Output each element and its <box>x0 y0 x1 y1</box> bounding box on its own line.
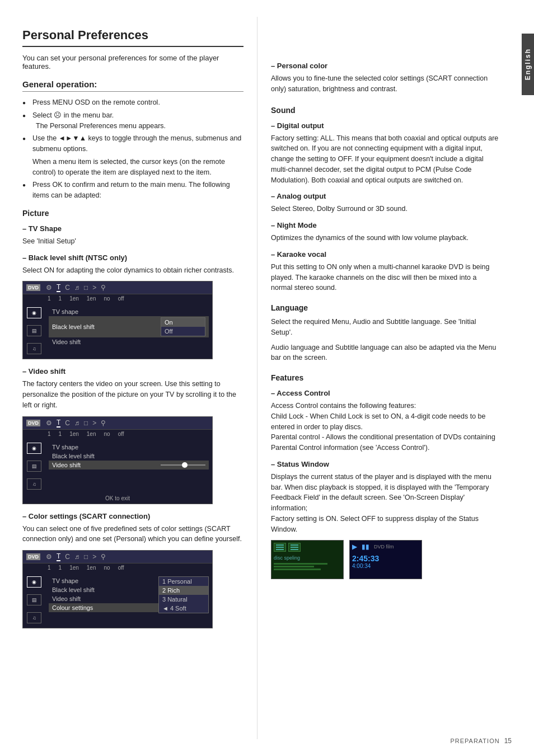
general-operation-title: General operation: <box>22 79 243 92</box>
menu-icons-3: ⚙ T C ♬ □ > ⚲ <box>46 552 106 561</box>
svg-rect-1 <box>276 547 284 548</box>
tv-shape-text: See 'Initial Setup' <box>22 236 243 247</box>
menu3-left-icon-tv: ▤ <box>27 594 41 605</box>
digital-output-text: Factory setting: ALL. This means that bo… <box>271 133 499 186</box>
list-item: Use the ◄►▼▲ keys to toggle through the … <box>22 133 243 177</box>
svg-rect-2 <box>276 549 284 550</box>
digital-output-title: Digital output <box>271 121 499 130</box>
menu-icon3-settings: ⚙ <box>46 553 52 561</box>
status-bar3 <box>274 569 321 570</box>
menu-icon-box: □ <box>84 284 88 292</box>
menu-icon2-arrow: > <box>92 419 96 427</box>
menu-icon-zoom: ⚲ <box>101 284 106 292</box>
dvd-badge-2: DVD <box>26 420 40 426</box>
menu-icon3-c: C <box>65 553 70 561</box>
video-shift-title: Video shift <box>22 367 243 375</box>
menu3-num-6: off <box>118 565 124 571</box>
svg-rect-3 <box>291 544 298 546</box>
menu3-row-tvshape: TV shape <box>49 576 158 585</box>
personal-color-title: Personal color <box>271 62 499 70</box>
menu3-row-blacklevel: Black level shift <box>49 585 158 594</box>
side-tab-label: English <box>524 48 532 80</box>
menu3-num-5: no <box>104 565 110 571</box>
menu2-row-blacklevel: Black level shift <box>49 452 209 461</box>
karaoke-vocal-text: Put this setting to ON only when a multi… <box>271 262 499 293</box>
menu2-num-5: no <box>104 431 110 437</box>
menu-icon2-box: □ <box>84 419 88 427</box>
menu-icon-t: T <box>57 283 60 292</box>
menu3-num-4: 1en <box>87 565 96 571</box>
language-title: Language <box>271 303 499 312</box>
dvd-badge: DVD <box>26 284 40 291</box>
menu-icon3-arrow: > <box>92 553 96 561</box>
svg-rect-5 <box>291 549 298 550</box>
sound-title: Sound <box>271 106 499 115</box>
drop-personal: 1 Personal <box>159 577 208 586</box>
menu-num-4: 1en <box>87 295 96 302</box>
menu3-num-2: 1 <box>59 565 62 571</box>
video-shift-menu-screenshot: DVD ⚙ T C ♬ □ > ⚲ 1 1 1en 1en no off <box>22 416 213 504</box>
menu3-num-3: 1en <box>69 565 79 571</box>
page-footer: Preparation 15 <box>450 737 512 745</box>
status-time1: 2:45:33 <box>352 554 419 563</box>
page-title: Personal Preferences <box>22 28 243 47</box>
menu-icon2-t: T <box>57 419 60 428</box>
intro-text: You can set your personal preferences fo… <box>22 54 243 71</box>
menu2-num-1: 1 <box>48 431 51 437</box>
drop-rich: 2 Rich <box>159 586 208 595</box>
status-dvd-label: DVD film <box>374 544 394 550</box>
menu-row-tvshape: TV shape <box>49 307 209 316</box>
black-level-title: Black level shift (NTSC only) <box>22 253 243 262</box>
drop-on: On <box>161 318 205 327</box>
access-control-title: Access Control <box>271 389 499 397</box>
status-images-container: disc speling ▶ ▮▮ DVD film 2:45:33 4:00:… <box>271 540 499 579</box>
menu2-left-icon-music: ♫ <box>27 478 41 490</box>
ok-to-exit-label: OK to exit <box>23 494 212 504</box>
video-shift-text: The factory centers the video on your sc… <box>22 379 243 410</box>
status-bar2 <box>274 566 314 567</box>
status-window-title: Status Window <box>271 460 499 468</box>
menu-num-5: no <box>104 295 110 302</box>
night-mode-text: Optimizes the dynamics of the sound with… <box>271 233 499 243</box>
menu-icon-settings: ⚙ <box>46 284 52 292</box>
analog-output-title: Analog output <box>271 192 499 200</box>
status-icon1 <box>274 543 286 552</box>
color-settings-text: You can select one of five predefined se… <box>22 524 243 545</box>
drop-off: Off <box>161 327 205 336</box>
page-number: 15 <box>504 737 512 745</box>
black-level-menu-screenshot: DVD ⚙ T C ♬ □ > ⚲ 1 1 1en 1en no off <box>22 281 213 359</box>
menu2-num-3: 1en <box>69 431 79 437</box>
menu-left-icon-tv: ▤ <box>27 325 41 336</box>
menu3-num-1: 1 <box>48 565 51 571</box>
menu-icon-arrow: > <box>92 284 96 292</box>
status-time2: 4:00:34 <box>352 563 419 569</box>
menu-row-blacklevel: Black level shift On Off <box>49 316 209 337</box>
color-settings-title: Color settings (SCART connection) <box>22 512 243 520</box>
menu2-left-icon-tv: ▤ <box>27 461 41 472</box>
menu2-num-4: 1en <box>87 431 96 437</box>
svg-rect-4 <box>291 547 298 548</box>
menu-icons-2: ⚙ T C ♬ □ > ⚲ <box>46 419 106 428</box>
menu-num-3: 1en <box>69 295 79 302</box>
menu-icon2-zoom: ⚲ <box>101 419 106 427</box>
menu3-row-coloursettings: Colour settings <box>49 603 158 612</box>
status-img-left: disc speling <box>271 540 344 579</box>
dvd-badge-3: DVD <box>26 553 40 560</box>
list-item: Select ☹ in the menu bar.The Personal Pr… <box>22 110 243 132</box>
menu-icon-music: ♬ <box>74 284 79 292</box>
left-column: Personal Preferences You can set your pe… <box>0 17 257 739</box>
status-right-icon-play: ▶ <box>352 543 357 551</box>
menu-num-2: 1 <box>59 295 62 302</box>
side-language-tab: English <box>522 34 534 95</box>
black-level-text: Select ON for adapting the color dynamic… <box>22 265 243 276</box>
list-item: Press MENU OSD on the remote control. <box>22 97 243 108</box>
menu-icon2-settings: ⚙ <box>46 419 52 427</box>
menu-row-videoshift: Video shift <box>49 337 209 346</box>
menu-icon3-t: T <box>57 552 60 561</box>
status-bar1 <box>274 563 327 565</box>
language-text2: Audio language and Subtitle language can… <box>271 342 499 364</box>
color-settings-menu-screenshot: DVD ⚙ T C ♬ □ > ⚲ 1 1 1en 1en no off <box>22 550 213 628</box>
status-icon2 <box>288 543 301 552</box>
svg-rect-0 <box>276 544 284 546</box>
menu3-left-icon-music: ♫ <box>27 612 41 623</box>
